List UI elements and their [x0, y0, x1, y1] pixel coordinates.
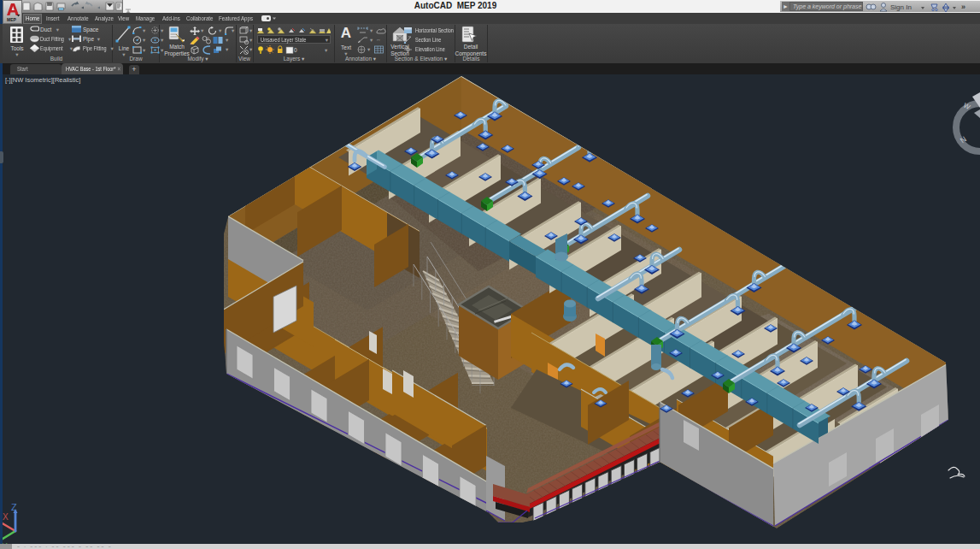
svg-text:O: O: [207, 36, 209, 40]
svg-text:MEP: MEP: [7, 17, 17, 22]
svg-text:Z: Z: [11, 502, 17, 512]
svg-text:»: »: [961, 3, 965, 11]
svg-text:Sign In: Sign In: [890, 3, 912, 11]
svg-text:X: X: [3, 512, 9, 522]
